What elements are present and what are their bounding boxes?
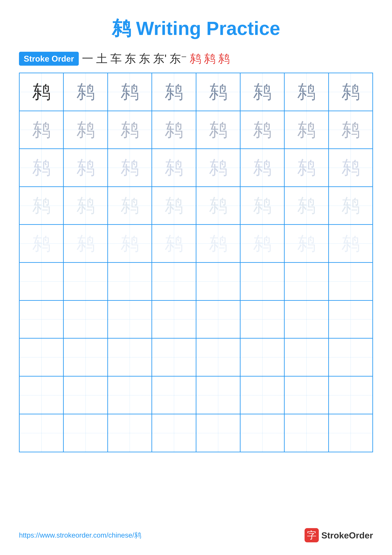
grid-cell[interactable] bbox=[284, 414, 328, 452]
grid-cell[interactable] bbox=[196, 300, 240, 338]
grid-cell[interactable] bbox=[328, 300, 373, 338]
grid-cell[interactable]: 鸫 bbox=[240, 187, 284, 225]
grid-cell[interactable] bbox=[240, 263, 284, 300]
grid-cell[interactable] bbox=[284, 300, 328, 338]
grid-cell[interactable]: 鸫 bbox=[64, 225, 107, 263]
grid-cell[interactable]: 鸫 bbox=[328, 187, 373, 225]
grid-cell[interactable]: 鸫 bbox=[328, 73, 373, 111]
grid-cell[interactable] bbox=[328, 414, 373, 452]
page-title: 鸫 Writing Practice bbox=[0, 0, 392, 42]
grid-cell[interactable]: 鸫 bbox=[19, 149, 64, 187]
grid-cell[interactable] bbox=[108, 376, 152, 414]
grid-cell[interactable] bbox=[284, 376, 328, 414]
grid-cell[interactable] bbox=[108, 300, 152, 338]
grid-cell[interactable] bbox=[19, 338, 64, 376]
grid-cell[interactable] bbox=[240, 376, 284, 414]
grid-cell[interactable]: 鸫 bbox=[196, 187, 240, 225]
grid-cell[interactable]: 鸫 bbox=[196, 149, 240, 187]
grid-cell[interactable] bbox=[19, 376, 64, 414]
grid-cell[interactable] bbox=[152, 376, 196, 414]
grid-cell[interactable]: 鸫 bbox=[240, 149, 284, 187]
grid-cell[interactable]: 鸫 bbox=[196, 225, 240, 263]
grid-cell[interactable]: 鸫 bbox=[152, 73, 196, 111]
grid-cell[interactable] bbox=[196, 263, 240, 300]
grid-cell[interactable]: 鸫 bbox=[64, 111, 107, 149]
grid-cell[interactable]: 鸫 bbox=[284, 73, 328, 111]
grid-cell[interactable] bbox=[19, 263, 64, 300]
grid-cell[interactable]: 鸫 bbox=[328, 111, 373, 149]
grid-cell[interactable]: 鸫 bbox=[196, 111, 240, 149]
grid-cell[interactable] bbox=[196, 414, 240, 452]
grid-cell[interactable]: 鸫 bbox=[19, 73, 64, 111]
grid-cell[interactable] bbox=[152, 338, 196, 376]
grid-cell[interactable] bbox=[19, 414, 64, 452]
grid-cell[interactable] bbox=[152, 263, 196, 300]
footer-logo-text: StrokeOrder bbox=[321, 530, 373, 540]
grid-cell[interactable] bbox=[196, 376, 240, 414]
grid-cell[interactable]: 鸫 bbox=[108, 111, 152, 149]
grid-cell[interactable]: 鸫 bbox=[240, 73, 284, 111]
grid-cell[interactable] bbox=[64, 414, 107, 452]
stroke-order-badge: Stroke Order bbox=[19, 52, 79, 66]
footer-logo-icon: 字 bbox=[305, 528, 319, 542]
grid-cell[interactable]: 鸫 bbox=[284, 225, 328, 263]
footer-logo: 字 StrokeOrder bbox=[305, 528, 373, 542]
grid-cell[interactable]: 鸫 bbox=[152, 149, 196, 187]
grid-cell[interactable]: 鸫 bbox=[19, 187, 64, 225]
grid-cell[interactable]: 鸫 bbox=[64, 73, 107, 111]
grid-cell[interactable] bbox=[328, 376, 373, 414]
grid-cell[interactable] bbox=[108, 414, 152, 452]
grid-cell[interactable] bbox=[328, 263, 373, 300]
grid-cell[interactable]: 鸫 bbox=[196, 73, 240, 111]
grid-cell[interactable] bbox=[284, 338, 328, 376]
grid-cell[interactable]: 鸫 bbox=[328, 149, 373, 187]
grid-cell[interactable]: 鸫 bbox=[152, 187, 196, 225]
grid-cell[interactable]: 鸫 bbox=[108, 225, 152, 263]
grid-cell[interactable] bbox=[64, 263, 107, 300]
grid-cell[interactable] bbox=[240, 338, 284, 376]
grid-cell[interactable] bbox=[108, 263, 152, 300]
grid-cell[interactable] bbox=[152, 414, 196, 452]
grid-cell[interactable]: 鸫 bbox=[108, 187, 152, 225]
grid-cell[interactable] bbox=[240, 300, 284, 338]
grid-cell[interactable] bbox=[152, 300, 196, 338]
grid-cell[interactable] bbox=[19, 300, 64, 338]
grid-cell[interactable]: 鸫 bbox=[328, 225, 373, 263]
grid-cell[interactable]: 鸫 bbox=[284, 111, 328, 149]
grid-cell[interactable] bbox=[64, 376, 107, 414]
grid-cell[interactable]: 鸫 bbox=[19, 111, 64, 149]
grid-cell[interactable]: 鸫 bbox=[19, 225, 64, 263]
grid-cell[interactable]: 鸫 bbox=[152, 111, 196, 149]
stroke-order-section: Stroke Order 一 土 车 东 东 东' 东⁻ 鸫 鸫 鸫 bbox=[19, 51, 373, 66]
grid-cell[interactable] bbox=[64, 300, 107, 338]
grid-cell[interactable]: 鸫 bbox=[64, 149, 107, 187]
grid-cell[interactable] bbox=[64, 338, 107, 376]
practice-grid: 鸫 鸫 鸫 鸫 鸫 鸫 鸫 鸫 鸫 鸫 鸫 鸫 鸫 鸫 鸫 鸫 bbox=[19, 73, 373, 452]
stroke-order-chars: 一 土 车 东 东 东' 东⁻ 鸫 鸫 鸫 bbox=[82, 51, 230, 66]
grid-cell[interactable]: 鸫 bbox=[240, 225, 284, 263]
grid-cell[interactable]: 鸫 bbox=[240, 111, 284, 149]
grid-cell[interactable]: 鸫 bbox=[64, 187, 107, 225]
grid-cell[interactable] bbox=[328, 338, 373, 376]
grid-cell[interactable] bbox=[284, 263, 328, 300]
grid-cell[interactable]: 鸫 bbox=[108, 149, 152, 187]
grid-cell[interactable]: 鸫 bbox=[284, 187, 328, 225]
grid-cell[interactable]: 鸫 bbox=[284, 149, 328, 187]
footer-url[interactable]: https://www.strokeorder.com/chinese/鸫 bbox=[19, 531, 141, 540]
grid-cell[interactable] bbox=[240, 414, 284, 452]
grid-cell[interactable]: 鸫 bbox=[152, 225, 196, 263]
grid-cell[interactable] bbox=[196, 338, 240, 376]
grid-cell[interactable]: 鸫 bbox=[108, 73, 152, 111]
grid-cell[interactable] bbox=[108, 338, 152, 376]
footer: https://www.strokeorder.com/chinese/鸫 字 … bbox=[0, 528, 392, 542]
